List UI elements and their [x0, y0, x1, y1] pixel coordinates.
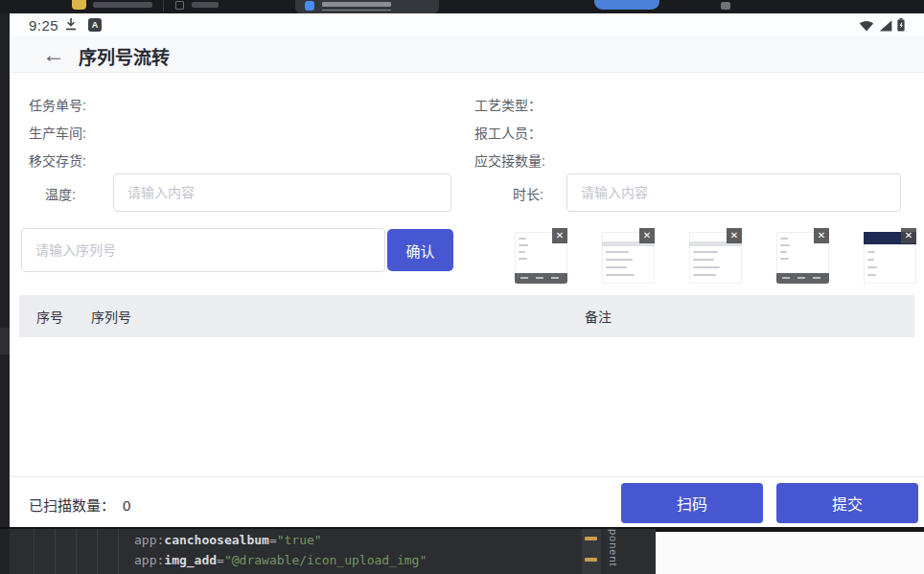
thumbnail-close-button[interactable]: ✕	[727, 228, 742, 243]
table-body-empty	[19, 337, 914, 476]
scrollbar-marker	[585, 558, 597, 562]
app-icon	[305, 1, 314, 11]
xml-attribute-value: "true"	[277, 533, 322, 547]
tab-text-placeholder	[322, 2, 391, 7]
xml-equals: =	[217, 553, 224, 567]
image-thumbnail[interactable]: ✕	[864, 228, 916, 284]
editor-scrollbar[interactable]	[582, 529, 601, 574]
app-window: 9:25 A ← 序列号流转	[10, 13, 924, 529]
transfer-stock-label: 移交存货:	[29, 150, 86, 170]
indent-guide	[55, 529, 56, 574]
indent-guide	[118, 529, 119, 574]
thumbnail-close-button[interactable]: ✕	[552, 228, 567, 243]
image-thumbnail[interactable]: ✕	[515, 228, 567, 284]
uploaded-image-list: ✕ ✕ ✕	[10, 228, 924, 286]
wifi-icon	[859, 18, 874, 35]
active-tab[interactable]	[295, 0, 439, 13]
scan-button[interactable]: 扫码	[621, 483, 763, 523]
handover-qty-label: 应交接数量:	[474, 150, 545, 170]
xml-attribute-name: img_add	[164, 553, 217, 567]
ide-tab-bar	[0, 0, 924, 13]
back-button[interactable]: ←	[38, 39, 69, 70]
inputs-row: 温度: 时长:	[10, 173, 924, 212]
status-time: 9:25	[29, 17, 58, 34]
android-status-bar: 9:25 A	[10, 13, 924, 36]
info-row: 任务单号: 工艺类型：	[10, 90, 924, 118]
xml-attribute-value: "@drawable/icon_upload_img"	[224, 553, 427, 567]
component-tool-window-tab[interactable]: ponent	[602, 529, 619, 574]
run-pill-button[interactable]	[594, 0, 659, 10]
image-thumbnail[interactable]: ✕	[689, 228, 742, 284]
scanned-count-value: 0	[123, 497, 130, 514]
code-line: app:canchoosealbum="true"	[134, 533, 322, 547]
indent-guide	[76, 529, 77, 574]
document-icon	[175, 1, 184, 10]
xml-equals: =	[269, 533, 277, 547]
scrollbar-marker	[585, 537, 597, 540]
duration-input[interactable]	[566, 173, 901, 212]
ide-left-panel-strip	[0, 13, 10, 574]
xml-namespace: app:	[134, 553, 164, 567]
app-footer: 已扫描数量：0 扫码 提交	[10, 476, 924, 529]
column-header-index: 序号	[19, 307, 91, 326]
app-header: ← 序列号流转	[10, 36, 924, 73]
reporter-label: 报工人员：	[474, 123, 542, 142]
scanned-count-label: 已扫描数量：	[29, 497, 115, 514]
info-row: 移交存货: 应交接数量:	[10, 146, 924, 173]
tab-text-underline	[322, 10, 391, 11]
xml-namespace: app:	[134, 533, 164, 547]
column-header-remark: 备注	[585, 307, 914, 326]
temperature-label: 温度:	[45, 184, 76, 203]
battery-icon	[897, 18, 905, 35]
indent-guide	[34, 529, 35, 574]
submit-button[interactable]: 提交	[776, 483, 918, 523]
column-header-serial: 序列号	[91, 307, 585, 326]
form-area: 任务单号: 工艺类型： 生产车间: 报工人员： 移交存货: 应交接数量: 温度:…	[10, 73, 924, 529]
ide-code-panel: app:canchoosealbum="true" app:img_add="@…	[10, 529, 924, 574]
design-preview-panel	[656, 529, 924, 574]
signal-icon	[879, 18, 892, 35]
indent-guide	[97, 529, 98, 574]
back-arrow-icon: ←	[42, 41, 65, 68]
table-header: 序号 序列号 备注	[19, 295, 914, 337]
info-row: 生产车间: 报工人员：	[10, 118, 924, 146]
tab-title-placeholder	[93, 2, 152, 8]
workshop-label: 生产车间:	[29, 123, 86, 142]
toolbar-mini-icon	[721, 2, 730, 10]
page-title: 序列号流转	[79, 43, 170, 69]
download-icon	[64, 17, 78, 35]
tab-separator	[163, 0, 164, 11]
image-thumbnail[interactable]: ✕	[776, 228, 829, 284]
duration-label: 时长:	[513, 184, 543, 203]
task-number-label: 任务单号:	[29, 95, 86, 114]
thumbnail-close-button[interactable]: ✕	[901, 228, 916, 243]
screen: 9:25 A ← 序列号流转	[0, 0, 924, 574]
image-thumbnail[interactable]: ✕	[602, 228, 655, 284]
process-type-label: 工艺类型：	[474, 95, 542, 114]
thumbnail-close-button[interactable]: ✕	[814, 228, 829, 243]
letter-a-notification-icon: A	[88, 18, 102, 32]
info-grid: 任务单号: 工艺类型： 生产车间: 报工人员： 移交存货: 应交接数量:	[10, 90, 924, 173]
ide-logo-icon	[72, 0, 86, 10]
xml-attribute-name: canchoosealbum	[164, 533, 269, 547]
temperature-input[interactable]	[113, 173, 451, 212]
tab-title-placeholder	[192, 2, 219, 8]
code-line: app:img_add="@drawable/icon_upload_img"	[134, 553, 427, 567]
scanned-count: 已扫描数量：0	[29, 494, 130, 515]
thumbnail-close-button[interactable]: ✕	[639, 228, 655, 243]
left-panel-highlight	[0, 328, 10, 355]
